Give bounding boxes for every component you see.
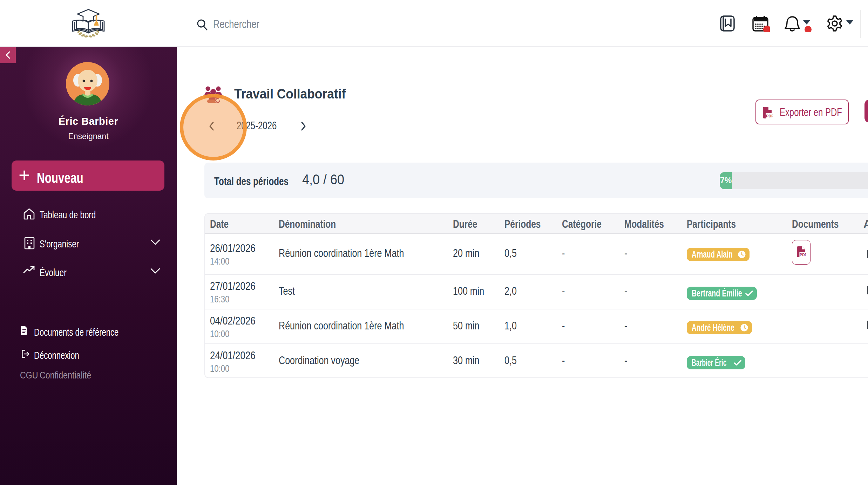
- svg-text:PDF: PDF: [800, 253, 806, 257]
- svg-text:PDF: PDF: [766, 114, 773, 118]
